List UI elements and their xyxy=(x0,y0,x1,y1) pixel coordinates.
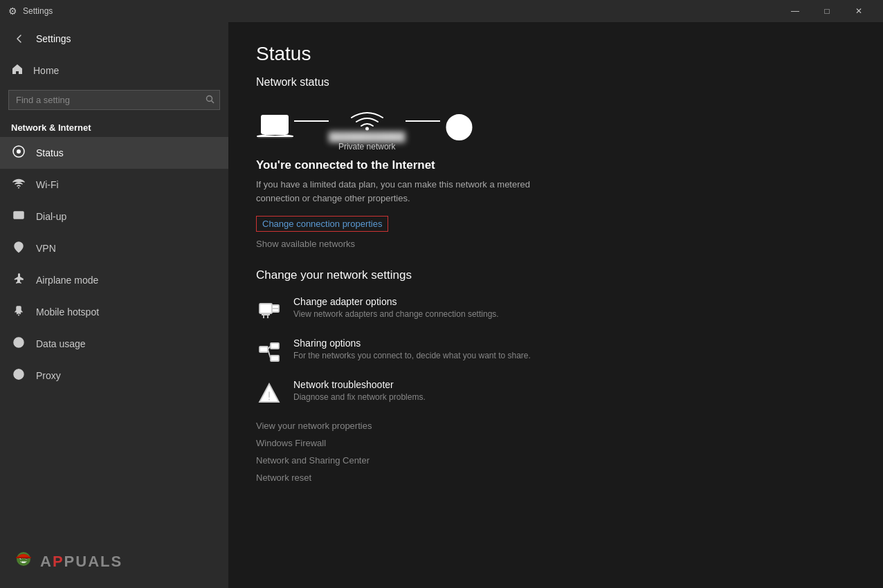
sidebar-home-label: Home xyxy=(33,65,59,76)
windows-firewall-link[interactable]: Windows Firewall xyxy=(256,438,855,448)
svg-rect-39 xyxy=(260,347,268,352)
settings-item-troubleshooter[interactable]: Network troubleshooter Diagnose and fix … xyxy=(256,379,855,407)
svg-point-3 xyxy=(17,149,21,154)
network-name-blurred: ████████████ xyxy=(329,131,406,142)
sidebar-item-status[interactable]: Status xyxy=(0,137,228,169)
proxy-icon xyxy=(11,367,26,385)
svg-point-9 xyxy=(18,314,19,315)
troubleshooter-icon xyxy=(256,380,282,407)
settings-item-sharing[interactable]: Sharing options For the networks you con… xyxy=(256,338,855,365)
svg-rect-36 xyxy=(262,313,270,315)
svg-rect-24 xyxy=(24,562,26,563)
adapter-name: Change adapter options xyxy=(293,296,499,307)
wifi-icon xyxy=(11,176,26,194)
sidebar-item-airplane[interactable]: Airplane mode xyxy=(0,264,228,296)
svg-point-45 xyxy=(268,399,270,401)
sidebar-item-label: Status xyxy=(36,147,64,158)
sidebar-item-proxy-label: Proxy xyxy=(36,370,61,381)
sidebar-item-dialup[interactable]: Dial-up xyxy=(0,201,228,232)
sidebar-header: Settings xyxy=(0,22,228,55)
troubleshooter-svg xyxy=(257,381,282,406)
adapter-desc: View network adapters and change connect… xyxy=(293,309,499,319)
svg-rect-23 xyxy=(22,562,24,563)
sidebar-item-wifi[interactable]: Wi-Fi xyxy=(0,169,228,201)
page-title: Status xyxy=(256,43,855,65)
svg-point-29 xyxy=(365,127,369,131)
sharing-desc: For the networks you connect to, decide … xyxy=(293,351,531,360)
sidebar-section-label: Network & Internet xyxy=(0,117,228,137)
settings-item-adapter[interactable]: Change adapter options View network adap… xyxy=(256,296,855,324)
sidebar-item-hotspot[interactable]: Mobile hotspot xyxy=(0,296,228,328)
vpn-icon xyxy=(11,240,26,257)
airplane-icon xyxy=(11,272,26,289)
change-settings-title: Change your network settings xyxy=(256,268,855,282)
home-icon xyxy=(11,63,24,78)
svg-point-8 xyxy=(17,244,21,248)
back-button[interactable] xyxy=(11,30,28,47)
globe-device-icon xyxy=(440,113,478,142)
svg-rect-22 xyxy=(16,557,31,558)
close-button[interactable]: ✕ xyxy=(843,0,875,22)
sharing-text: Sharing options For the networks you con… xyxy=(293,338,531,360)
adapter-text: Change adapter options View network adap… xyxy=(293,296,499,319)
data-usage-icon xyxy=(11,336,26,353)
settings-titlebar-icon: ⚙ xyxy=(8,6,17,17)
wifi-svg xyxy=(348,102,386,131)
titlebar-title: Settings xyxy=(23,6,779,16)
troubleshooter-name: Network troubleshooter xyxy=(293,379,426,390)
sidebar-item-label: Dial-up xyxy=(36,211,66,222)
troubleshooter-desc: Diagnose and fix network problems. xyxy=(293,392,426,402)
maximize-button[interactable]: □ xyxy=(811,0,843,22)
adapter-icon xyxy=(256,297,282,324)
app-body: Settings Home Network & Internet Status xyxy=(0,22,883,588)
wifi-device: ████████████ Private network xyxy=(329,102,406,151)
sharing-name: Sharing options xyxy=(293,338,531,349)
private-network-label: Private network xyxy=(338,142,396,151)
network-reset-link[interactable]: Network reset xyxy=(256,472,855,483)
network-sharing-center-link[interactable]: Network and Sharing Center xyxy=(256,455,855,466)
change-properties-link[interactable]: Change connection properties xyxy=(256,216,388,232)
titlebar-controls: — □ ✕ xyxy=(779,0,875,22)
minimize-button[interactable]: — xyxy=(779,0,811,22)
svg-rect-10 xyxy=(17,306,21,313)
sidebar-branding: APPUALS xyxy=(0,535,228,588)
connected-title: You're connected to the Internet xyxy=(256,158,855,172)
sidebar-item-data[interactable]: Data usage xyxy=(0,328,228,360)
sidebar-item-label: VPN xyxy=(36,243,56,254)
titlebar: ⚙ Settings — □ ✕ xyxy=(0,0,883,22)
adapter-svg xyxy=(257,298,282,323)
status-icon xyxy=(11,145,26,162)
sidebar-item-home[interactable]: Home xyxy=(0,55,228,86)
svg-rect-41 xyxy=(271,356,279,361)
sidebar-item-proxy[interactable]: Proxy xyxy=(0,360,228,392)
svg-rect-33 xyxy=(260,304,272,313)
connected-sub: If you have a limited data plan, you can… xyxy=(256,178,547,205)
sidebar-item-label: Wi-Fi xyxy=(36,179,59,190)
svg-point-0 xyxy=(207,95,212,101)
main-content: Status Network status xyxy=(228,22,883,588)
sidebar-item-label: Mobile hotspot xyxy=(36,306,99,318)
svg-rect-5 xyxy=(14,212,24,219)
network-status-label: Network status xyxy=(256,76,855,89)
svg-rect-25 xyxy=(262,116,288,134)
laptop-device-icon xyxy=(256,113,294,142)
show-networks-link[interactable]: Show available networks xyxy=(256,239,855,249)
sidebar-item-label: Airplane mode xyxy=(36,275,98,286)
line-connector-2 xyxy=(406,120,440,122)
laptop-svg xyxy=(256,113,294,142)
sidebar-item-vpn[interactable]: VPN xyxy=(0,232,228,264)
sidebar: Settings Home Network & Internet Status xyxy=(0,22,228,588)
view-network-properties-link[interactable]: View your network properties xyxy=(256,421,855,431)
line-connector-1 xyxy=(294,120,329,122)
sidebar-app-title: Settings xyxy=(36,33,71,44)
dialup-icon xyxy=(11,208,26,226)
brand-mascot-icon xyxy=(11,549,36,574)
globe-svg xyxy=(440,113,478,142)
brand-text: APPUALS xyxy=(40,553,122,571)
svg-line-43 xyxy=(268,349,271,358)
troubleshooter-text: Network troubleshooter Diagnose and fix … xyxy=(293,379,426,402)
sidebar-item-label: Data usage xyxy=(36,338,86,349)
hotspot-icon xyxy=(11,304,26,321)
svg-rect-40 xyxy=(271,343,279,349)
search-input[interactable] xyxy=(8,90,220,110)
